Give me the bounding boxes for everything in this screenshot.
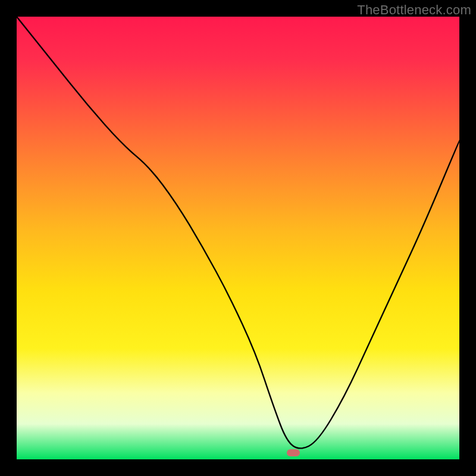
attribution-text: TheBottleneck.com [357,2,471,18]
plot-background-gradient [17,17,459,459]
chart-container: TheBottleneck.com [0,0,476,476]
optimal-marker [287,449,300,456]
